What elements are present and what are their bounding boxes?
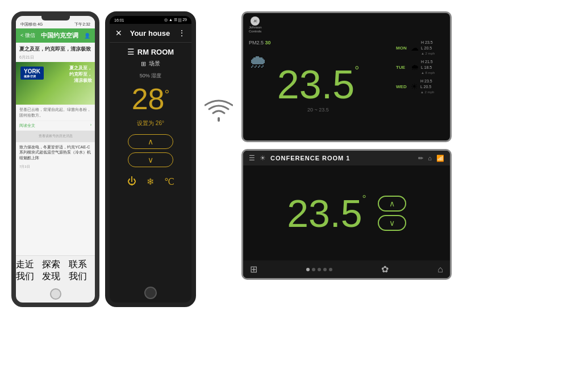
phone1-footer: 走近我们 探索发现 联系我们 bbox=[16, 255, 95, 285]
tue-temps: H 21.5 L 18.5 ▲ 8 mph bbox=[421, 59, 435, 75]
tue-icon: 🌧 bbox=[411, 63, 419, 72]
jc-logo-text: JohnsonControls bbox=[249, 26, 262, 34]
right-section: JC JohnsonControls PM2.5 30 🌧 23.5° 20 ~… bbox=[241, 11, 577, 280]
t2-dot-3[interactable] bbox=[318, 268, 321, 271]
article1-title: 夏之及至，约克即至，清凉极致 bbox=[16, 43, 95, 55]
t2-down-button[interactable]: ∨ bbox=[378, 215, 406, 231]
thermostat1-body: PM2.5 30 🌧 23.5° 20 ~ 23.5 MON ☁ H 23.5 bbox=[243, 37, 450, 140]
jc-logo-circle: JC bbox=[251, 16, 260, 26]
thermostat2-header: ☰ ☀ CONFERENCE ROOM 1 ✏ ⌂ 📶 bbox=[243, 151, 450, 165]
phone1-status-bar: 中国移动 4G 下午2:32 bbox=[16, 20, 95, 28]
temp-up-button[interactable]: ∧ bbox=[128, 134, 173, 149]
thermostat-conference[interactable]: ☰ ☀ CONFERENCE ROOM 1 ✏ ⌂ 📶 23.5° ∧ ∨ bbox=[241, 149, 452, 280]
mon-temps: H 23.5 L 20.5 ▲ 2 mph bbox=[421, 40, 435, 56]
phone1-person-icon: 👤 bbox=[84, 33, 90, 39]
article1-image: YORK 健康·空调 夏之及至， 约克即至， 清凉极致 bbox=[16, 62, 95, 105]
temp-range: 20 ~ 23.5 bbox=[307, 107, 329, 113]
t2-controls: ∧ ∨ bbox=[378, 196, 406, 231]
phone1-body: 夏之及至，约克即至，清凉极致 6月21日 YORK 健康·空调 夏之及至， 约克… bbox=[16, 43, 95, 255]
rain-cloud-icon: 🌧 bbox=[249, 51, 267, 72]
t2-grid-icon[interactable]: ⊞ bbox=[250, 264, 257, 275]
t2-sun-icon: ☀ bbox=[260, 154, 266, 162]
phone1-title: 中国约克空调 bbox=[41, 31, 78, 40]
phone2-home-area bbox=[110, 283, 191, 303]
thermostat2-body: 23.5° ∧ ∨ bbox=[243, 165, 450, 260]
main-temperature: 23.5° bbox=[277, 65, 359, 105]
scene-row: ⊞ 场景 bbox=[141, 60, 160, 68]
phone1-header: < 微信 中国约克空调 👤 bbox=[16, 28, 95, 43]
scene-icon: ⊞ bbox=[141, 60, 146, 68]
mon-label: MON bbox=[396, 45, 408, 51]
weather-wed: WED ☀ H 23.5 L 20.5 ▲ 2 mph bbox=[396, 78, 447, 94]
t2-up-button[interactable]: ∧ bbox=[378, 196, 406, 212]
footer-btn1[interactable]: 走近我们 bbox=[16, 259, 42, 283]
scene-label: 场景 bbox=[149, 60, 160, 68]
temp-down-button[interactable]: ∨ bbox=[128, 152, 173, 167]
t2-hamburger-icon[interactable]: ☰ bbox=[249, 154, 255, 162]
t2-dot-5[interactable] bbox=[329, 268, 332, 271]
phone2-time: 16:01 bbox=[114, 18, 124, 22]
article1-text: 登基已云格，背灌自此起。绿茵向各粉，固何拾数方。 bbox=[16, 105, 95, 121]
room-name-label: RM ROOM bbox=[137, 48, 174, 56]
york-logo: YORK 健康·空调 bbox=[20, 67, 44, 80]
app-phone: 16:01 ◎ ▲ ☰ ||| 29 ✕ Your house ⋮ ☰ RM R… bbox=[105, 11, 196, 307]
phone2-header: ✕ Your house ⋮ bbox=[110, 24, 191, 43]
celsius-button[interactable]: ℃ bbox=[164, 176, 174, 187]
weather-tue: TUE 🌧 H 21.5 L 18.5 ▲ 8 mph bbox=[396, 59, 447, 75]
t2-fan-icon[interactable]: ✿ bbox=[381, 264, 389, 275]
t2-temperature: 23.5° bbox=[287, 194, 366, 233]
phone2-home-button[interactable] bbox=[144, 287, 157, 299]
pm25-label: PM2.5 30 bbox=[249, 40, 271, 45]
wed-label: WED bbox=[396, 84, 408, 89]
phone1-time: 下午2:32 bbox=[74, 22, 90, 27]
article2-date: 7月3日 bbox=[16, 163, 95, 171]
temperature-display: 28° bbox=[132, 84, 170, 114]
t2-page-dots bbox=[306, 268, 332, 271]
article1-date: 6月21日 bbox=[16, 55, 95, 62]
t2-dot-1[interactable] bbox=[306, 268, 310, 271]
humidity-label: 50% 湿度 bbox=[140, 72, 162, 80]
thermostat1-main: PM2.5 30 🌧 23.5° 20 ~ 23.5 bbox=[243, 37, 393, 140]
wed-temps: H 23.5 L 20.5 ▲ 2 mph bbox=[420, 78, 434, 94]
t2-header-icons: ✏ ⌂ 📶 bbox=[418, 155, 444, 162]
article2-text: 致力煤改电，冬夏皆舒适，约克YCAE-C系列模块式超低温空气源热泵（冷水）机组魅… bbox=[16, 142, 95, 163]
phone1-home-button[interactable] bbox=[50, 288, 61, 300]
hamburger-icon[interactable]: ☰ bbox=[127, 47, 135, 56]
weather-mon: MON ☁ H 23.5 L 20.5 ▲ 2 mph bbox=[396, 40, 447, 56]
t2-home-icon[interactable]: ⌂ bbox=[428, 155, 432, 162]
thermostat-home[interactable]: JC JohnsonControls PM2.5 30 🌧 23.5° 20 ~… bbox=[241, 11, 452, 142]
wechat-phone: 中国移动 4G 下午2:32 < 微信 中国约克空调 👤 夏之及至，约克即至，清… bbox=[11, 11, 99, 307]
read-more-btn[interactable]: 阅读全文 › bbox=[16, 121, 95, 131]
footer-btn2[interactable]: 探索发现 bbox=[42, 259, 68, 283]
t2-dot-4[interactable] bbox=[323, 268, 327, 271]
phone1-home-area bbox=[16, 285, 95, 303]
close-icon[interactable]: ✕ bbox=[115, 28, 122, 38]
pm25-value: 30 bbox=[265, 40, 271, 45]
bottom-controls: ⏻ ❄ ℃ bbox=[127, 176, 174, 187]
thermostat2-footer: ⊞ ✿ ⌂ bbox=[243, 260, 450, 278]
thermostat1-header: JC JohnsonControls bbox=[243, 13, 450, 37]
footer-btn3[interactable]: 联系我们 bbox=[69, 259, 95, 283]
wifi-area bbox=[202, 97, 236, 130]
phone1-notch bbox=[41, 16, 70, 20]
tue-label: TUE bbox=[396, 65, 408, 70]
more-icon[interactable]: ⋮ bbox=[178, 28, 186, 38]
wed-icon: ☀ bbox=[411, 82, 418, 91]
main-container: 中国移动 4G 下午2:32 < 微信 中国约克空调 👤 夏之及至，约克即至，清… bbox=[0, 0, 588, 381]
wifi-icon bbox=[205, 97, 233, 130]
t2-dot-2[interactable] bbox=[312, 268, 315, 271]
room-header: ☰ RM ROOM bbox=[127, 47, 174, 56]
mon-icon: ☁ bbox=[411, 43, 419, 52]
york-slogan: 夏之及至， 约克即至， 清凉极致 bbox=[69, 65, 92, 84]
phone1-back-btn[interactable]: < 微信 bbox=[20, 32, 35, 39]
jc-logo: JC JohnsonControls bbox=[249, 16, 262, 34]
phone2-icons: ◎ ▲ ☰ ||| 29 bbox=[164, 18, 187, 22]
fan-button[interactable]: ❄ bbox=[147, 176, 154, 187]
power-button[interactable]: ⏻ bbox=[127, 176, 136, 187]
phone1-carrier: 中国移动 4G bbox=[20, 22, 43, 27]
t2-edit-icon[interactable]: ✏ bbox=[418, 155, 423, 162]
t2-house-icon[interactable]: ⌂ bbox=[437, 264, 443, 275]
t2-wifi-icon: 📶 bbox=[436, 155, 444, 162]
t2-room-name: CONFERENCE ROOM 1 bbox=[270, 155, 414, 161]
set-temperature: 设置为 26° bbox=[137, 119, 164, 127]
